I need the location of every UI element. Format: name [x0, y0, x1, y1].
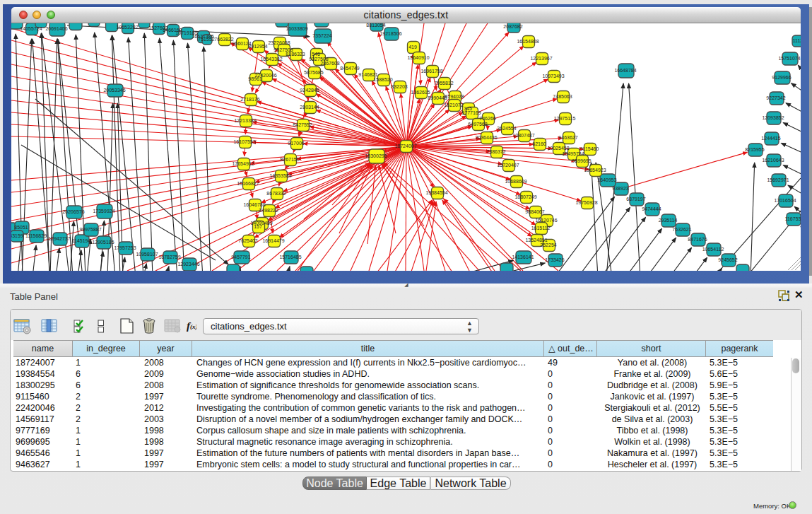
svg-text:85051: 85051 — [14, 225, 28, 230]
svg-text:10025458: 10025458 — [547, 146, 569, 151]
svg-text:6497568: 6497568 — [468, 122, 487, 127]
svg-text:157: 157 — [254, 224, 262, 229]
svg-text:3498222: 3498222 — [259, 208, 278, 213]
svg-text:14055724: 14055724 — [20, 26, 42, 31]
svg-text:16914479: 16914479 — [262, 238, 284, 243]
svg-text:10653287: 10653287 — [116, 25, 138, 30]
svg-text:1588520: 1588520 — [373, 77, 392, 82]
svg-text:9777169: 9777169 — [461, 110, 481, 115]
svg-text:17359924: 17359924 — [93, 209, 114, 214]
svg-text:6879197: 6879197 — [626, 197, 645, 201]
svg-text:546: 546 — [312, 52, 320, 57]
svg-text:8267150: 8267150 — [280, 157, 299, 162]
svg-text:19384554: 19384554 — [425, 190, 447, 195]
svg-text:9463627: 9463627 — [558, 135, 577, 140]
svg-text:15716485: 15716485 — [279, 255, 301, 259]
svg-text:3624554: 3624554 — [497, 126, 516, 131]
svg-text:8912954: 8912954 — [248, 44, 267, 49]
svg-text:16782759: 16782759 — [158, 255, 180, 259]
svg-text:12093852: 12093852 — [762, 115, 784, 120]
svg-text:16154808: 16154808 — [517, 39, 539, 44]
svg-text:751552: 751552 — [198, 37, 214, 42]
svg-text:12923446: 12923446 — [177, 262, 199, 267]
svg-text:17957253: 17957253 — [114, 245, 136, 250]
svg-text:18300295: 18300295 — [365, 153, 387, 158]
svg-text:7386372: 7386372 — [486, 149, 505, 154]
svg-text:917006: 917006 — [288, 141, 304, 146]
svg-text:1733426: 1733426 — [545, 257, 564, 262]
svg-text:16648784: 16648784 — [614, 68, 636, 73]
svg-text:8813054: 8813054 — [366, 23, 385, 28]
svg-text:16210643: 16210643 — [762, 158, 784, 163]
svg-text:14353584: 14353584 — [269, 173, 291, 178]
svg-text:23226058: 23226058 — [268, 40, 290, 45]
svg-text:8678332: 8678332 — [266, 191, 286, 196]
svg-text:116753: 116753 — [785, 216, 801, 221]
svg-text:20206576: 20206576 — [62, 209, 84, 214]
svg-text:98961: 98961 — [248, 76, 262, 81]
svg-text:12905185: 12905185 — [92, 240, 114, 245]
svg-text:11156829: 11156829 — [25, 233, 47, 238]
svg-text:99975887: 99975887 — [79, 227, 101, 232]
svg-text:16107553: 16107553 — [233, 139, 255, 144]
svg-text:938923: 938923 — [612, 186, 628, 191]
svg-text:19654923: 19654923 — [584, 168, 606, 173]
svg-text:19756928: 19756928 — [575, 200, 597, 205]
svg-text:14136141: 14136141 — [512, 255, 534, 259]
svg-text:16961758: 16961758 — [420, 69, 442, 74]
svg-text:1640953: 1640953 — [597, 177, 616, 182]
svg-text:17016504: 17016504 — [774, 198, 796, 203]
svg-text:20053346: 20053346 — [103, 88, 125, 93]
svg-text:8186323: 8186323 — [286, 52, 305, 57]
svg-text:9242845: 9242845 — [300, 88, 319, 93]
svg-text:18495784: 18495784 — [562, 151, 584, 156]
svg-text:15720407: 15720407 — [497, 163, 519, 168]
svg-text:9899695: 9899695 — [572, 158, 591, 163]
svg-text:13524851: 13524851 — [525, 238, 547, 243]
svg-text:9146821: 9146821 — [358, 72, 377, 77]
svg-text:746266: 746266 — [479, 116, 495, 121]
svg-text:6794028: 6794028 — [445, 94, 464, 99]
svg-text:10973493: 10973493 — [542, 74, 564, 78]
svg-text:9457791: 9457791 — [231, 255, 250, 259]
svg-text:2718176: 2718176 — [240, 97, 259, 102]
svg-text:2803144: 2803144 — [300, 105, 319, 110]
svg-text:19218506: 19218506 — [379, 31, 401, 36]
svg-text:7485063: 7485063 — [553, 94, 572, 99]
svg-text:(x): (x) — [190, 323, 196, 330]
svg-text:15751074: 15751074 — [778, 56, 800, 61]
svg-text:2087682: 2087682 — [503, 24, 522, 29]
svg-text:7955812: 7955812 — [434, 81, 453, 86]
svg-text:12213389: 12213389 — [234, 118, 256, 123]
svg-text:16543382: 16543382 — [260, 57, 282, 62]
svg-text:12942737: 12942737 — [48, 236, 70, 241]
svg-text:9474444: 9474444 — [642, 206, 661, 211]
svg-text:1112: 1112 — [793, 38, 801, 43]
svg-text:9115460: 9115460 — [580, 146, 599, 151]
svg-text:16046786: 16046786 — [243, 202, 265, 207]
svg-text:12975115: 12975115 — [554, 116, 576, 121]
svg-text:9227342: 9227342 — [766, 95, 785, 100]
svg-text:12213967: 12213967 — [530, 56, 552, 61]
svg-text:20364436: 20364436 — [475, 135, 497, 140]
svg-text:1244415: 1244415 — [761, 136, 780, 141]
svg-text:252254: 252254 — [540, 243, 556, 247]
svg-text:2867608: 2867608 — [320, 61, 339, 66]
svg-text:9129966: 9129966 — [772, 75, 791, 80]
svg-text:15640910: 15640910 — [407, 55, 429, 60]
svg-text:20691406: 20691406 — [45, 26, 67, 31]
svg-text:7625402: 7625402 — [238, 238, 257, 243]
svg-text:1615112: 1615112 — [531, 226, 551, 230]
svg-text:1362615: 1362615 — [411, 90, 430, 95]
svg-text:8454749: 8454749 — [340, 66, 359, 71]
svg-text:832203: 832203 — [391, 84, 407, 89]
svg-text:8215955: 8215955 — [745, 147, 764, 152]
svg-text:1621072: 1621072 — [444, 103, 463, 107]
svg-text:10807487: 10807487 — [512, 133, 534, 138]
svg-text:419: 419 — [408, 45, 417, 49]
svg-text:17654912: 17654912 — [232, 161, 254, 166]
svg-text:7632621: 7632621 — [672, 227, 691, 232]
svg-text:8471676: 8471676 — [688, 237, 707, 242]
svg-text:62160: 62160 — [532, 141, 546, 146]
svg-text:9884067: 9884067 — [525, 209, 544, 214]
